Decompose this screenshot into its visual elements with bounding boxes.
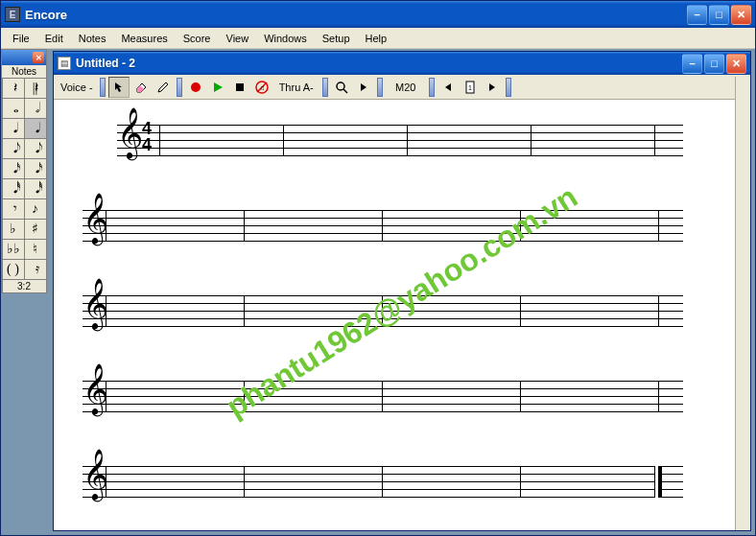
treble-clef: 𝄞 — [117, 111, 143, 155]
toolbar-separator — [177, 78, 182, 97]
maximize-button[interactable]: □ — [709, 5, 729, 25]
barline — [244, 381, 245, 412]
menu-windows[interactable]: Windows — [256, 31, 315, 46]
palette-close-button[interactable]: ✕ — [33, 52, 44, 63]
menu-help[interactable]: Help — [358, 31, 395, 46]
main-titlebar: E Encore – □ ✕ — [1, 1, 755, 28]
menu-score[interactable]: Score — [176, 31, 219, 46]
svg-point-5 — [337, 82, 344, 90]
close-button[interactable]: ✕ — [731, 5, 751, 25]
barline — [382, 381, 383, 412]
doc-title: Untitled - 2 — [76, 57, 682, 70]
menu-setup[interactable]: Setup — [315, 31, 358, 46]
staff[interactable]: 𝄞 — [83, 290, 721, 332]
palette-cell[interactable]: 𝅘𝅥 — [24, 118, 47, 139]
barline — [382, 466, 383, 498]
next-page-button[interactable] — [482, 77, 503, 98]
barline — [520, 295, 521, 327]
palette-cell[interactable]: ♪ — [24, 198, 47, 220]
play-button[interactable] — [207, 77, 228, 98]
barline — [159, 125, 160, 156]
eraser-tool-button[interactable] — [130, 77, 152, 98]
menu-edit[interactable]: Edit — [37, 31, 71, 46]
palette-footer[interactable]: 3:2 — [2, 279, 47, 293]
doc-maximize-button[interactable]: □ — [704, 54, 724, 74]
page-button[interactable]: 1 — [460, 77, 481, 98]
main-window: E Encore – □ ✕ FileEditNotesMeasuresScor… — [0, 0, 756, 536]
stop-button[interactable] — [229, 77, 250, 98]
palette-cell[interactable]: |𝄽| — [24, 78, 47, 99]
svg-rect-1 — [236, 83, 244, 91]
barline — [244, 210, 245, 242]
barline — [520, 381, 521, 412]
treble-clef: 𝄞 — [83, 367, 108, 411]
zoom-next-button[interactable] — [353, 77, 374, 98]
doc-titlebar: ▤ Untitled - 2 – □ ✕ — [54, 52, 750, 75]
menu-file[interactable]: File — [5, 31, 37, 46]
minimize-button[interactable]: – — [687, 5, 707, 25]
zoom-button[interactable] — [331, 77, 352, 98]
menu-notes[interactable]: Notes — [71, 31, 114, 46]
palette-cell[interactable]: ♭ — [2, 219, 25, 240]
palette-cell[interactable]: 𝅘𝅥𝅰 — [24, 178, 47, 199]
app-title: Encore — [25, 8, 687, 22]
treble-clef: 𝄞 — [83, 197, 108, 241]
palette-cell[interactable]: 𝅘𝅥 — [2, 118, 25, 139]
staff[interactable]: 𝄞 — [83, 460, 721, 502]
palette-cell[interactable]: 𝄽 — [2, 78, 25, 99]
palette-cell[interactable]: ♯ — [24, 219, 47, 240]
voice-label[interactable]: Voice - — [57, 82, 97, 93]
notes-palette: ✕ Notes 𝄽|𝄽|𝅝𝅗𝅥𝅘𝅥𝅘𝅥𝅘𝅥𝅮𝅘𝅥𝅮𝅘𝅥𝅯𝅘𝅥𝅯𝅘𝅥𝅰𝅘𝅥𝅰𝄾♪♭… — [1, 49, 47, 293]
toolbar: Voice - ♫ Thru A- M20 1 — [54, 75, 750, 100]
thru-label[interactable]: Thru A- — [273, 82, 319, 93]
menu-measures[interactable]: Measures — [113, 31, 175, 46]
toolbar-separator — [322, 78, 328, 97]
palette-cell[interactable]: 𝄿 — [24, 259, 47, 280]
palette-cell[interactable]: ♮ — [24, 239, 47, 260]
arrow-tool-button[interactable] — [108, 77, 130, 98]
staff[interactable]: 𝄞 — [83, 204, 721, 246]
treble-clef: 𝄞 — [83, 453, 108, 497]
treble-clef: 𝄞 — [83, 282, 108, 326]
barline — [520, 210, 521, 242]
toolbar-separator — [377, 78, 383, 97]
palette-cell[interactable]: ( ) — [2, 259, 25, 280]
palette-cell[interactable]: ♭♭ — [2, 239, 25, 260]
barline — [283, 125, 284, 156]
barline — [106, 210, 106, 242]
barline — [106, 466, 106, 498]
staff[interactable]: 𝄞44 — [117, 119, 721, 161]
no-repeat-button[interactable]: ♫ — [251, 77, 272, 98]
measure-label[interactable]: M20 — [386, 82, 426, 93]
pencil-tool-button[interactable] — [153, 77, 174, 98]
toolbar-separator — [506, 78, 511, 97]
palette-cell[interactable]: 𝅘𝅥𝅮 — [24, 138, 47, 159]
barline — [658, 381, 659, 412]
barline — [531, 125, 532, 156]
doc-close-button[interactable]: ✕ — [726, 54, 746, 74]
palette-cell[interactable]: 𝄾 — [2, 198, 25, 220]
barline — [106, 381, 106, 412]
prev-page-button[interactable] — [437, 77, 459, 98]
palette-cell[interactable]: 𝅘𝅥𝅯 — [2, 158, 25, 179]
barline — [244, 295, 245, 327]
barline — [407, 125, 408, 156]
record-button[interactable] — [185, 77, 206, 98]
barline — [658, 466, 662, 498]
palette-cell[interactable]: 𝅗𝅥 — [24, 98, 47, 119]
palette-cell[interactable]: 𝅝 — [2, 98, 25, 119]
doc-minimize-button[interactable]: – — [682, 54, 702, 74]
menu-view[interactable]: View — [219, 31, 257, 46]
barline — [106, 295, 106, 327]
palette-cell[interactable]: 𝅘𝅥𝅰 — [2, 178, 25, 199]
palette-cell[interactable]: 𝅘𝅥𝅮 — [2, 138, 25, 159]
palette-cell[interactable]: 𝅘𝅥𝅯 — [24, 158, 47, 179]
vertical-scrollbar[interactable] — [735, 77, 750, 530]
toolbar-separator — [100, 78, 106, 97]
barline — [520, 466, 521, 498]
staff[interactable]: 𝄞 — [83, 375, 721, 417]
time-signature: 44 — [142, 121, 152, 153]
svg-line-6 — [343, 89, 347, 93]
barline — [382, 295, 383, 327]
score-canvas[interactable]: 𝄞44𝄞𝄞𝄞𝄞phantu1962@yahoo.com.vn — [54, 100, 750, 530]
